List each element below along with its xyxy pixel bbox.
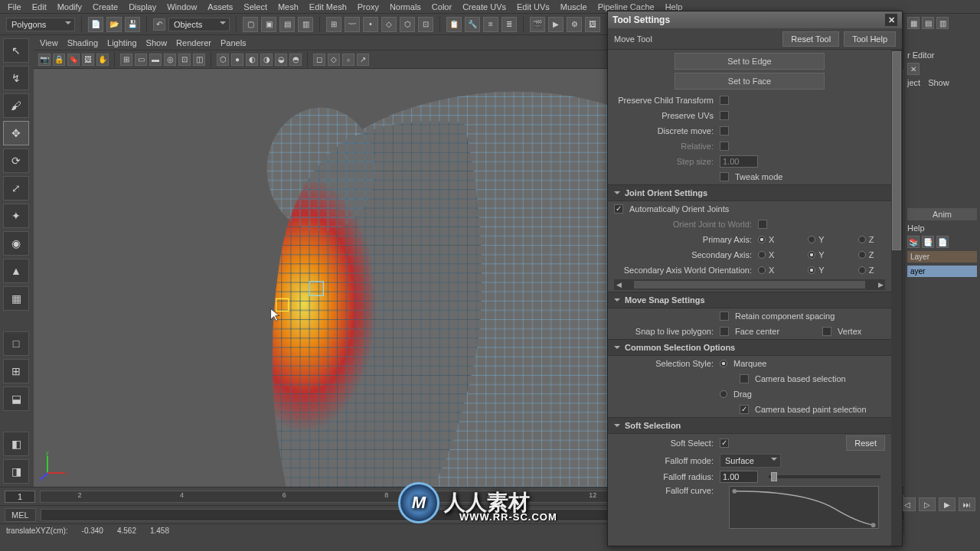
- close-icon[interactable]: ✕: [885, 14, 897, 26]
- secondary-y-radio[interactable]: [808, 251, 815, 259]
- persp-outliner-icon[interactable]: ⬓: [3, 386, 29, 411]
- joint-orient-section[interactable]: Joint Orient Settings: [608, 184, 891, 201]
- tab[interactable]: Show: [928, 78, 949, 87]
- retain-spacing-checkbox[interactable]: [720, 311, 729, 321]
- tweak-mode-checkbox[interactable]: [720, 172, 729, 181]
- orient-world-checkbox[interactable]: [758, 220, 767, 229]
- layout-a-icon[interactable]: ◧: [3, 432, 29, 456]
- menu-edituvs[interactable]: Edit UVs: [512, 2, 554, 11]
- selection-mode-dropdown[interactable]: Objects: [168, 18, 230, 31]
- vp-expose-icon[interactable]: ↗: [357, 54, 369, 66]
- primary-x-radio[interactable]: [758, 236, 766, 243]
- camera-paint-checkbox[interactable]: [740, 405, 749, 414]
- marquee-radio[interactable]: [720, 360, 727, 367]
- menu-color[interactable]: Color: [427, 2, 456, 11]
- vp-bookmark-icon[interactable]: 🔖: [67, 54, 80, 66]
- camera-sel-checkbox[interactable]: [740, 374, 749, 383]
- close-icon[interactable]: ✕: [907, 63, 920, 75]
- vp-field-chart-icon[interactable]: ⊡: [178, 54, 191, 66]
- construction-icon[interactable]: 🔧: [465, 17, 480, 32]
- layout-icon[interactable]: ▤: [922, 17, 934, 29]
- preserve-child-checkbox[interactable]: [720, 96, 729, 105]
- move-snap-section[interactable]: Move Snap Settings: [608, 292, 891, 308]
- show-manip-tool[interactable]: ▲: [3, 259, 29, 283]
- auto-orient-checkbox[interactable]: [614, 204, 623, 214]
- face-center-checkbox[interactable]: [720, 327, 729, 336]
- list-output-icon[interactable]: ≣: [501, 17, 517, 32]
- discrete-move-checkbox[interactable]: [720, 126, 729, 135]
- layers-icon[interactable]: 📚: [907, 236, 920, 248]
- menu-create[interactable]: Create: [88, 2, 122, 11]
- primary-y-radio[interactable]: [808, 236, 815, 243]
- last-tool[interactable]: ▦: [3, 286, 29, 311]
- select-hier-icon[interactable]: ▣: [261, 17, 276, 32]
- falloff-mode-dropdown[interactable]: Surface: [720, 454, 781, 468]
- sawo-z-radio[interactable]: [858, 266, 866, 274]
- snap-live-icon[interactable]: ⬡: [400, 17, 415, 32]
- vp-select-cam-icon[interactable]: 📷: [38, 54, 51, 66]
- layers-icon[interactable]: 📄: [936, 236, 949, 248]
- primary-z-radio[interactable]: [858, 236, 866, 243]
- vertex-checkbox[interactable]: [822, 327, 831, 336]
- move-tool[interactable]: ✥: [3, 121, 29, 145]
- menu-file[interactable]: File: [3, 2, 26, 11]
- save-scene-icon[interactable]: 💾: [125, 17, 140, 32]
- soft-mod-tool[interactable]: ◉: [3, 231, 29, 256]
- vp-wireframe-icon[interactable]: ⬡: [217, 54, 229, 66]
- snap-grid-icon[interactable]: ⊞: [326, 17, 341, 32]
- history-icon[interactable]: 📋: [446, 17, 462, 32]
- menu-window[interactable]: Window: [162, 2, 201, 11]
- lasso-tool[interactable]: ↯: [3, 66, 29, 90]
- anim-tab[interactable]: Anim: [907, 208, 977, 220]
- falloff-curve-editor[interactable]: [729, 486, 879, 529]
- menu-pipeline[interactable]: Pipeline Cache: [593, 2, 659, 11]
- menu-mesh[interactable]: Mesh: [273, 2, 303, 11]
- snap-view-icon[interactable]: ⊡: [418, 17, 433, 32]
- menu-normals[interactable]: Normals: [385, 2, 426, 11]
- tool-help-button[interactable]: Tool Help: [844, 31, 896, 47]
- four-view-icon[interactable]: ⊞: [3, 359, 29, 383]
- vp-shadows-icon[interactable]: ◒: [275, 54, 287, 66]
- vp-shading[interactable]: Shading: [67, 38, 98, 47]
- render-icon[interactable]: 🎬: [530, 17, 545, 32]
- layers-icon[interactable]: 📑: [922, 236, 934, 248]
- select-by-type-icon[interactable]: ▢: [243, 17, 258, 32]
- reset-tool-button[interactable]: Reset Tool: [782, 31, 839, 47]
- layer-row[interactable]: Layer: [907, 251, 977, 262]
- render-settings-icon[interactable]: ⚙: [567, 17, 582, 32]
- relative-checkbox[interactable]: [720, 142, 729, 151]
- ipr-icon[interactable]: ▶: [548, 17, 564, 32]
- soft-reset-button[interactable]: Reset: [846, 435, 885, 451]
- rotate-tool[interactable]: ⟳: [3, 148, 29, 173]
- vp-lighting[interactable]: Lighting: [107, 38, 137, 47]
- scroll-thumb[interactable]: [892, 51, 901, 250]
- v-scrollbar[interactable]: [891, 50, 902, 546]
- paint-select-tool[interactable]: 🖌: [3, 93, 29, 118]
- step-fwd-icon[interactable]: ▶: [939, 497, 956, 511]
- layout-b-icon[interactable]: ◨: [3, 459, 29, 484]
- sawo-x-radio[interactable]: [758, 266, 766, 274]
- soft-select-checkbox[interactable]: [720, 439, 729, 448]
- render-view-icon[interactable]: 🖼: [585, 17, 600, 32]
- drag-radio[interactable]: [720, 390, 727, 398]
- vp-grid-icon[interactable]: ⊞: [120, 54, 132, 66]
- secondary-z-radio[interactable]: [858, 251, 866, 259]
- layout-icon[interactable]: ▦: [907, 17, 920, 29]
- open-scene-icon[interactable]: 📂: [106, 17, 122, 32]
- vp-film-gate-icon[interactable]: ▭: [135, 54, 147, 66]
- menu-edit[interactable]: Edit: [28, 2, 51, 11]
- menu-assets[interactable]: Assets: [203, 2, 237, 11]
- vp-view[interactable]: View: [40, 38, 58, 47]
- menu-help[interactable]: Help: [661, 2, 688, 11]
- tab[interactable]: ject: [907, 78, 920, 87]
- menu-muscle[interactable]: Muscle: [556, 2, 592, 11]
- vp-isolate-icon[interactable]: ◻: [313, 54, 325, 66]
- vp-res-gate-icon[interactable]: ▬: [149, 54, 162, 66]
- vp-show[interactable]: Show: [146, 38, 168, 47]
- vp-xray-icon[interactable]: ◇: [328, 54, 340, 66]
- h-scrollbar[interactable]: ◀▶: [614, 279, 885, 290]
- layout-icon[interactable]: ▥: [936, 17, 949, 29]
- select-comp-icon[interactable]: ▤: [279, 17, 295, 32]
- vp-smooth-shade-icon[interactable]: ●: [231, 54, 243, 66]
- menu-modify[interactable]: Modify: [53, 2, 87, 11]
